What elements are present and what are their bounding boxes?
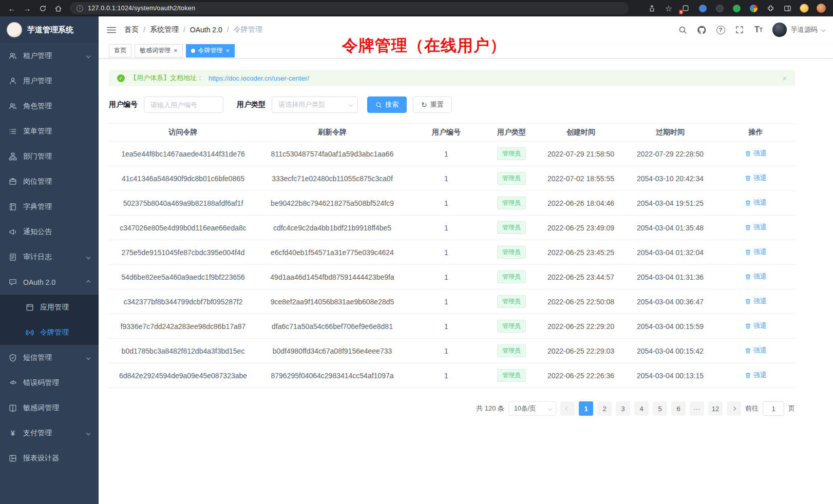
sidebar-item-post[interactable]: 岗位管理 [0, 169, 99, 194]
code-icon [9, 379, 17, 387]
table-row: 6d842e2924594de9a09e45e087323abe 8796295… [109, 363, 795, 388]
sidebar-item-report-designer[interactable]: 报表设计器 [0, 445, 99, 471]
sidebar-item-error-code[interactable]: 错误码管理 [0, 370, 99, 395]
address-bar[interactable]: 127.0.0.1:1024/system/oauth2/token [70, 2, 629, 14]
shield-icon [9, 354, 17, 362]
chevron-down-icon [86, 355, 90, 359]
extension-icon-dark[interactable] [715, 4, 724, 13]
sidebar-item-role[interactable]: 角色管理 [0, 93, 99, 119]
breadcrumb-oauth[interactable]: OAuth 2.0 [190, 26, 222, 34]
sidebar-item-user[interactable]: 用户管理 [0, 68, 99, 93]
user-id-input[interactable] [144, 96, 223, 113]
share-icon[interactable] [647, 4, 656, 13]
force-logout-button[interactable]: 强退 [745, 297, 767, 306]
force-logout-button[interactable]: 强退 [745, 272, 767, 281]
trash-icon [745, 298, 751, 305]
user-dropdown[interactable]: 芋道源码 [772, 23, 825, 37]
sidebar-item-app-manage[interactable]: 应用管理 [0, 295, 99, 320]
page-button-1[interactable]: 1 [579, 401, 593, 416]
force-logout-button[interactable]: 强退 [745, 247, 767, 257]
extension-badge: 0 [679, 10, 683, 14]
font-size-icon[interactable] [753, 25, 764, 35]
user-id-cell: 1 [407, 363, 485, 388]
sidebar-item-pay[interactable]: 支付管理 [0, 420, 99, 445]
logo-avatar [7, 22, 22, 37]
page-button-5[interactable]: 5 [653, 401, 667, 416]
force-logout-button[interactable]: 强退 [745, 198, 767, 207]
force-logout-button[interactable]: 强退 [745, 223, 767, 232]
breadcrumb-home[interactable]: 首页 [124, 25, 139, 34]
reset-button[interactable]: 重置 [413, 96, 452, 113]
browser-home-button[interactable] [51, 2, 65, 15]
sidebar-item-dict[interactable]: 字典管理 [0, 194, 99, 219]
breadcrumb-system[interactable]: 系统管理 [150, 25, 179, 34]
force-logout-button[interactable]: 强退 [745, 149, 767, 158]
github-icon[interactable] [696, 25, 707, 35]
sidebar-item-dept[interactable]: 部门管理 [0, 144, 99, 169]
url-text: 127.0.0.1:1024/system/oauth2/token [88, 5, 195, 12]
user-type-select[interactable]: 请选择用户类型 [272, 96, 358, 113]
browser-chrome: 127.0.0.1:1024/system/oauth2/token 0 [0, 0, 833, 16]
search-button[interactable]: 搜索 [367, 96, 407, 113]
page-button-2[interactable]: 2 [597, 401, 612, 416]
extensions-puzzle-icon[interactable] [766, 4, 775, 13]
sidebar-item-sensitive-word[interactable]: 敏感词管理 [0, 395, 99, 420]
force-logout-button[interactable]: 强退 [745, 173, 767, 183]
fullscreen-icon[interactable] [734, 25, 745, 35]
force-logout-button[interactable]: 强退 [745, 371, 767, 380]
side-panel-icon[interactable] [783, 4, 792, 13]
sidebar-item-sms[interactable]: 短信管理 [0, 345, 99, 370]
refresh-icon [421, 101, 427, 109]
extension-icon-badged[interactable]: 0 [681, 4, 690, 13]
sidebar-item-token-manage[interactable]: 令牌管理 [0, 320, 99, 345]
active-dot [191, 49, 195, 53]
sidebar-menu: 租户管理 用户管理 角色管理 菜单管理 部门管理 岗位管理 [0, 43, 99, 504]
tab-sensitive-word[interactable]: 敏感词管理 [135, 44, 183, 57]
sidebar-item-notice[interactable]: 通知公告 [0, 219, 99, 244]
sidebar-item-tenant[interactable]: 租户管理 [0, 43, 99, 68]
next-page-button[interactable] [727, 401, 741, 416]
page-button-4[interactable]: 4 [634, 401, 649, 416]
extension-icon-colorful[interactable] [749, 4, 758, 13]
close-icon[interactable] [174, 47, 178, 54]
browser-back-button[interactable] [5, 2, 18, 15]
site-info-icon[interactable] [77, 5, 83, 12]
table-row: 275e5de9151045fe87cbdc395e004f4d e6cfd40… [109, 240, 795, 265]
page-button-3[interactable]: 3 [616, 401, 630, 416]
app-logo[interactable]: 芋道管理系统 [0, 16, 99, 43]
alert-close-icon[interactable] [782, 74, 787, 83]
extension-icon-blue[interactable] [698, 4, 707, 13]
force-logout-button[interactable]: 强退 [745, 321, 767, 331]
oauth-submenu: 应用管理 令牌管理 [0, 295, 99, 345]
sidebar-item-oauth[interactable]: OAuth 2.0 [0, 269, 99, 295]
search-icon[interactable] [677, 25, 688, 35]
help-icon[interactable] [715, 25, 726, 35]
col-refresh-token: 刷新令牌 [257, 124, 407, 142]
extension-icon-green[interactable] [732, 4, 741, 13]
doc-link[interactable]: https://doc.iocoder.cn/user-center/ [209, 74, 309, 82]
breadcrumb: 首页 / 系统管理 / OAuth 2.0 / 令牌管理 [124, 25, 262, 34]
page-size-select[interactable]: 10条/页 [508, 401, 556, 416]
col-access-token: 访问令牌 [109, 124, 257, 142]
browser-forward-button[interactable] [21, 2, 34, 15]
table-header-row: 访问令牌 刷新令牌 用户编号 用户类型 创建时间 过期时间 操作 [109, 124, 795, 142]
access-token-cell: 41c41346a548490f9dc8b01c6bfe0865 [109, 166, 257, 191]
page-button-6[interactable]: 6 [671, 401, 686, 416]
close-icon[interactable] [226, 47, 230, 54]
prev-page-button[interactable] [560, 401, 575, 416]
tab-token-manage[interactable]: 令牌管理 [186, 44, 235, 57]
force-logout-button[interactable]: 强退 [745, 346, 767, 355]
app-window-icon [26, 303, 34, 312]
bookmark-star-icon[interactable] [664, 4, 673, 13]
browser-profile-avatar[interactable] [800, 4, 809, 13]
browser-refresh-button[interactable] [36, 2, 49, 15]
sidebar-item-audit-log[interactable]: 审计日志 [0, 244, 99, 269]
goto-page-input[interactable] [763, 401, 784, 416]
tab-home[interactable]: 首页 [109, 44, 131, 57]
page-ellipsis-button[interactable]: ··· [690, 401, 704, 416]
user-type-tag: 管理员 [497, 147, 526, 160]
browser-account-avatar[interactable] [817, 4, 826, 13]
sidebar-item-menu[interactable]: 菜单管理 [0, 119, 99, 144]
sidebar-toggle-icon[interactable] [107, 26, 116, 34]
page-button-12[interactable]: 12 [708, 401, 723, 416]
